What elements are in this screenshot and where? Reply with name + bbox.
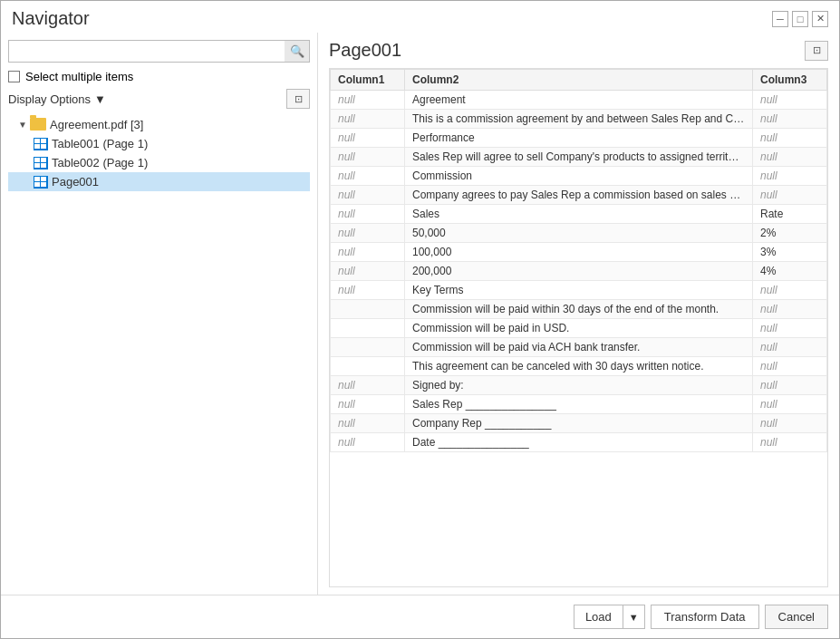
tree-root-label: Agreement.pdf [3]: [50, 118, 143, 131]
table-icon: [34, 176, 48, 189]
transform-data-button[interactable]: Transform Data: [651, 605, 759, 629]
dialog-title: Navigator: [12, 8, 90, 29]
table-cell: 4%: [752, 262, 826, 281]
tree-collapse-icon: ▼: [15, 117, 30, 131]
table-cell: null: [752, 433, 826, 452]
tree-node-page001[interactable]: Page001: [8, 172, 310, 191]
tree-node-root[interactable]: ▼ Agreement.pdf [3]: [8, 114, 310, 134]
footer: Load ▼ Transform Data Cancel: [1, 595, 839, 638]
table-cell: Commission will be paid in USD.: [405, 319, 753, 338]
window-controls: ─ □ ✕: [772, 11, 828, 27]
table-cell: null: [331, 281, 405, 300]
display-options-label: Display Options: [8, 92, 91, 106]
search-button[interactable]: 🔍: [285, 40, 310, 63]
col-header-3: Column3: [752, 70, 826, 91]
table-cell: null: [752, 148, 826, 167]
table-row: nullThis is a commission agreement by an…: [331, 110, 827, 129]
load-button[interactable]: Load: [574, 605, 623, 628]
minimize-button[interactable]: ─: [772, 11, 788, 27]
table-row: nullSales Rep _______________null: [331, 395, 827, 414]
table-cell: 100,000: [405, 243, 753, 262]
tree-node-table001[interactable]: Table001 (Page 1): [8, 134, 310, 153]
table-row: nullKey Termsnull: [331, 281, 827, 300]
cancel-button[interactable]: Cancel: [765, 605, 828, 629]
tree-page001-label: Page001: [52, 175, 99, 189]
table-cell: null: [331, 262, 405, 281]
table-cell: Date _______________: [405, 433, 753, 452]
display-options-row: Display Options ▼ ⊡: [8, 89, 310, 109]
table-cell: null: [331, 129, 405, 148]
table-cell: null: [331, 376, 405, 395]
search-box-wrapper: 🔍: [8, 40, 310, 63]
table-cell: Company agrees to pay Sales Rep a commis…: [405, 186, 753, 205]
col-header-2: Column2: [405, 70, 753, 91]
table-cell: Agreement: [405, 91, 753, 110]
folder-icon: [30, 118, 46, 131]
table-cell: [331, 357, 405, 376]
table-cell: Company Rep ___________: [405, 414, 753, 433]
maximize-button[interactable]: □: [792, 11, 808, 27]
select-multiple-checkbox[interactable]: [8, 71, 20, 82]
table-cell: null: [331, 91, 405, 110]
table-cell: null: [752, 91, 826, 110]
preview-icon-button[interactable]: ⊡: [286, 89, 310, 109]
table-cell: null: [752, 319, 826, 338]
tree-table002-label: Table002 (Page 1): [52, 156, 148, 169]
table-cell: null: [752, 357, 826, 376]
data-table: Column1 Column2 Column3 nullAgreementnul…: [330, 69, 827, 452]
display-options-arrow-icon: ▼: [94, 92, 106, 106]
table-cell: [331, 338, 405, 357]
table-cell: null: [752, 110, 826, 129]
table-row: nullCompany agrees to pay Sales Rep a co…: [331, 186, 827, 205]
table-row: Commission will be paid within 30 days o…: [331, 300, 827, 319]
table-cell: Rate: [752, 205, 826, 224]
table-cell: Key Terms: [405, 281, 753, 300]
preview-header: Page001 ⊡: [329, 40, 828, 61]
table-cell: [331, 300, 405, 319]
table-cell: null: [752, 414, 826, 433]
table-cell: Commission: [405, 167, 753, 186]
load-button-group: Load ▼: [574, 605, 645, 629]
tree-node-table002[interactable]: Table002 (Page 1): [8, 153, 310, 172]
table-row: null50,0002%: [331, 224, 827, 243]
display-options-button[interactable]: Display Options ▼: [8, 92, 106, 106]
title-bar: Navigator ─ □ ✕: [1, 1, 839, 33]
table-cell: Performance: [405, 129, 753, 148]
table-cell: null: [331, 205, 405, 224]
table-cell: null: [331, 224, 405, 243]
table-icon: [34, 157, 48, 169]
close-button[interactable]: ✕: [812, 11, 828, 27]
table-row: nullAgreementnull: [331, 91, 827, 110]
select-multiple-label: Select multiple items: [25, 70, 133, 83]
data-table-wrapper: Column1 Column2 Column3 nullAgreementnul…: [329, 68, 828, 587]
table-row: Commission will be paid in USD.null: [331, 319, 827, 338]
tree-area: ▼ Agreement.pdf [3] Table001 (Page 1): [8, 114, 310, 587]
table-cell: null: [752, 376, 826, 395]
table-cell: null: [752, 300, 826, 319]
main-content: 🔍 Select multiple items Display Options …: [1, 33, 839, 595]
select-multiple-row: Select multiple items: [8, 70, 310, 83]
table-row: null100,0003%: [331, 243, 827, 262]
table-cell: null: [752, 395, 826, 414]
table-cell: 3%: [752, 243, 826, 262]
table-cell: Commission will be paid via ACH bank tra…: [405, 338, 753, 357]
table-cell: 2%: [752, 224, 826, 243]
right-preview-icon-button[interactable]: ⊡: [805, 41, 828, 61]
table-cell: null: [331, 186, 405, 205]
left-panel: 🔍 Select multiple items Display Options …: [1, 33, 318, 595]
table-cell: null: [752, 186, 826, 205]
table-cell: null: [752, 167, 826, 186]
table-cell: null: [331, 414, 405, 433]
table-cell: Commission will be paid within 30 days o…: [405, 300, 753, 319]
tree-table001-label: Table001 (Page 1): [52, 137, 148, 150]
table-cell: This agreement can be canceled with 30 d…: [405, 357, 753, 376]
table-cell: null: [752, 338, 826, 357]
table-row: nullSalesRate: [331, 205, 827, 224]
table-cell: null: [752, 281, 826, 300]
load-dropdown-button[interactable]: ▼: [623, 605, 644, 628]
table-row: null200,0004%: [331, 262, 827, 281]
search-input[interactable]: [8, 40, 310, 63]
table-icon: [34, 138, 48, 150]
table-cell: null: [331, 110, 405, 129]
table-header-row: Column1 Column2 Column3: [331, 70, 827, 91]
